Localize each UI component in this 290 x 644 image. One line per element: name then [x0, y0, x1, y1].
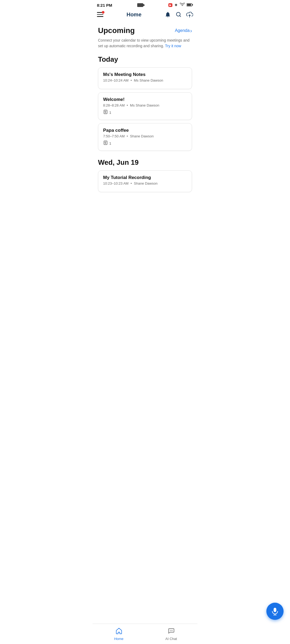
- meeting-title-2: Welcome!: [103, 97, 187, 102]
- top-nav: Home: [93, 9, 197, 21]
- recording-badge: [168, 3, 172, 7]
- meeting-title-1: Ms's Meeting Notes: [103, 72, 187, 77]
- clip-count-3: 1: [109, 141, 111, 145]
- wed-section-title: Wed, Jun 19: [98, 158, 192, 167]
- meeting-title-3: Papa coffee: [103, 128, 187, 133]
- meeting-card-2[interactable]: Welcome! 8:28–8:28 AM • Ms Shane Dawson …: [98, 92, 192, 120]
- notification-dot: [102, 11, 104, 14]
- meeting-title-wed-1: My Tutorial Recording: [103, 175, 187, 180]
- menu-button[interactable]: [97, 12, 103, 17]
- status-icons: ✦: [168, 2, 193, 8]
- meeting-time-2: 8:28–8:28 AM • Ms Shane Dawson: [103, 103, 187, 107]
- svg-rect-1: [192, 4, 193, 6]
- upcoming-description: Connect your calendar to view upcoming m…: [98, 38, 192, 49]
- clip-count-2: 1: [109, 111, 111, 115]
- battery-icon: [187, 3, 193, 8]
- clip-icon-3: [103, 140, 108, 146]
- clip-icon-2: [103, 109, 108, 115]
- svg-rect-2: [187, 4, 191, 6]
- meeting-card-3[interactable]: Papa coffee 7:50–7:50 AM • Shane Dawson …: [98, 123, 192, 151]
- status-bar: 8:21 PM ✦: [93, 0, 197, 9]
- main-content: Upcoming Agenda Connect your calendar to…: [93, 26, 197, 228]
- meeting-clips-3: 1: [103, 140, 187, 146]
- meeting-time-wed-1: 10:23–10:23 AM • Shane Dawson: [103, 181, 187, 185]
- meeting-card-wed-1[interactable]: My Tutorial Recording 10:23–10:23 AM • S…: [98, 170, 192, 192]
- upload-icon[interactable]: [186, 12, 193, 17]
- meeting-time-1: 10:24–10:24 AM • Ms Shane Dawson: [103, 78, 187, 82]
- today-section-title: Today: [98, 55, 192, 64]
- try-it-now-link[interactable]: Try it now: [165, 44, 181, 48]
- meeting-clips-2: 1: [103, 109, 187, 115]
- status-time: 8:21 PM: [97, 3, 112, 8]
- wifi-icon: [180, 3, 185, 8]
- agenda-link[interactable]: Agenda: [175, 28, 192, 34]
- bluetooth-icon: ✦: [174, 2, 178, 8]
- upcoming-title: Upcoming: [98, 26, 135, 35]
- upcoming-section-header: Upcoming Agenda: [98, 26, 192, 35]
- meeting-card-1[interactable]: Ms's Meeting Notes 10:24–10:24 AM • Ms S…: [98, 67, 192, 89]
- camera-status-icon: [137, 3, 143, 7]
- notification-icon[interactable]: [165, 11, 171, 18]
- nav-actions: [165, 11, 193, 18]
- search-icon[interactable]: [175, 11, 182, 18]
- page-title: Home: [126, 12, 142, 18]
- meeting-time-3: 7:50–7:50 AM • Shane Dawson: [103, 134, 187, 138]
